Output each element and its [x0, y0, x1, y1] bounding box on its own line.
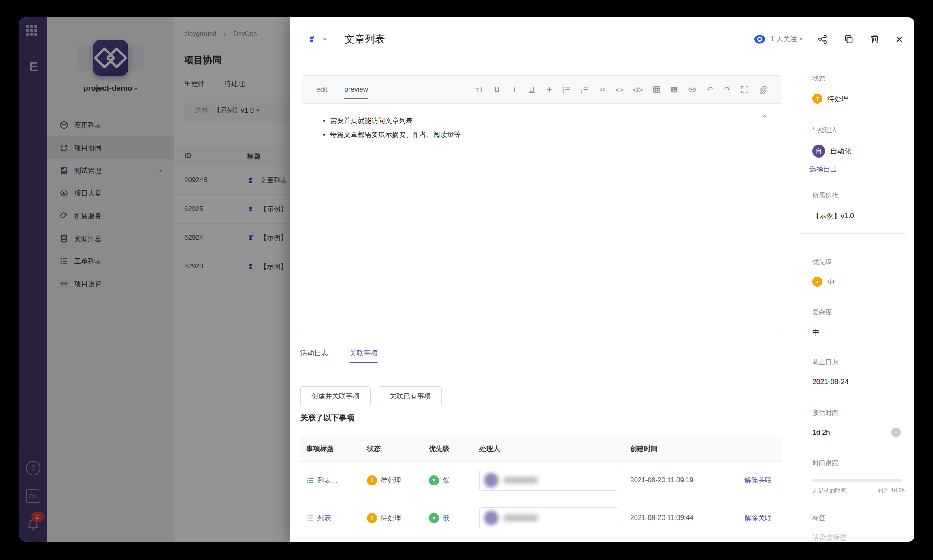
assignee-name-redacted [503, 515, 538, 521]
tags-label: 标签 [812, 514, 903, 522]
unlink-button[interactable]: 解除关联 [744, 477, 772, 484]
avatar: 自 [812, 145, 825, 158]
due-date-value[interactable]: 2021-08-24 [812, 378, 903, 386]
chevron-down-icon[interactable] [322, 36, 328, 42]
status-text: 待处理 [381, 513, 401, 523]
strikethrough-icon[interactable]: T [545, 85, 553, 94]
watch-eye-icon[interactable] [754, 33, 766, 45]
time-tracking-bar [812, 479, 902, 482]
inline-code-icon[interactable]: <> [616, 85, 624, 94]
column-issue-title: 事项标题 [300, 444, 367, 454]
tab-related-issues[interactable]: 关联事项 [349, 344, 378, 362]
priority-text: 中 [827, 277, 835, 287]
editor-tab-edit[interactable]: edit [316, 76, 327, 103]
editor-toolbar: edit preview TT B I U T “ <> [302, 76, 781, 104]
status-text: 待处理 [827, 94, 849, 104]
unrecorded-time: 无记录的时间 [812, 487, 846, 494]
column-created: 创建时间 [630, 444, 743, 454]
ordered-list-icon[interactable] [580, 85, 589, 94]
redo-icon[interactable]: ↷ [723, 85, 731, 94]
drawer-header: 文章列表 1 人关注 ▾ × [290, 17, 914, 61]
related-issue-row: 列表... ? 待处理 ▼ 低 [300, 461, 782, 499]
app-window: E ? Cn 2 project-demo▾ [19, 17, 914, 542]
task-list-icon [306, 477, 314, 484]
related-issues-heading: 关联了以下事项 [300, 413, 354, 423]
image-icon[interactable] [670, 85, 679, 94]
link-icon[interactable] [688, 85, 697, 94]
collapse-chevron-icon[interactable] [761, 113, 768, 120]
editor-tab-preview[interactable]: preview [344, 76, 368, 103]
iteration-value[interactable]: 【示例】v1.0 [812, 211, 903, 221]
avatar [484, 511, 498, 525]
priority-label: 优先级 [812, 258, 903, 266]
status-pending-icon: ? [367, 513, 377, 523]
complexity-label: 复杂度 [812, 308, 903, 317]
unlink-button[interactable]: 解除关联 [744, 514, 772, 522]
issue-detail-drawer: 文章列表 1 人关注 ▾ × edit preview [290, 17, 914, 542]
status-label: 状态 [812, 75, 903, 83]
required-asterisk: * [812, 126, 815, 133]
requirement-pin-icon[interactable] [308, 34, 316, 44]
share-icon[interactable] [818, 34, 828, 45]
created-time: 2021-08-20 11:09:19 [630, 476, 743, 484]
issue-title: 文章列表 [345, 32, 385, 46]
status-value[interactable]: ? 待处理 [812, 94, 903, 104]
attachment-paperclip-icon[interactable] [758, 85, 767, 94]
italic-icon[interactable]: I [510, 85, 518, 94]
status-pending-icon: ? [367, 475, 377, 485]
assignee-label: *处理人 [812, 126, 903, 134]
avatar [484, 473, 498, 488]
related-issues-table: 事项标题 状态 优先级 处理人 创建时间 列表... ? [300, 436, 782, 537]
fullscreen-icon[interactable] [741, 85, 749, 94]
assignee-name-redacted [503, 477, 538, 483]
create-and-link-button[interactable]: 创建并关联事项 [300, 386, 371, 406]
created-time: 2021-08-20 11:09:44 [630, 514, 743, 522]
time-tracking-label: 时间跟踪 [812, 459, 903, 468]
delete-trash-icon[interactable] [869, 34, 880, 45]
tab-activity-log[interactable]: 活动日志 [300, 344, 328, 362]
priority-value[interactable]: ▲ 中 [812, 277, 903, 287]
related-table-header: 事项标题 状态 优先级 处理人 创建时间 [300, 436, 782, 461]
column-status: 状态 [367, 444, 429, 454]
close-icon[interactable]: × [895, 34, 903, 45]
description-bullet: 每篇文章都需要展示摘要、作者、阅读量等 [330, 128, 762, 142]
estimate-value[interactable]: 1d 2h × [812, 428, 903, 437]
priority-medium-icon: ▲ [812, 277, 822, 287]
issue-properties-panel: 状态 ? 待处理 *处理人 自 自动化 选择自己 所属迭代 【示例】v1.0 优… [793, 61, 914, 542]
tags-placeholder[interactable]: 请设置标签 [812, 533, 903, 542]
priority-low-icon: ▼ [429, 513, 439, 523]
unordered-list-icon[interactable] [562, 85, 571, 94]
description-content[interactable]: 需要首页就能访问文章列表 每篇文章都需要展示摘要、作者、阅读量等 [302, 104, 781, 152]
complexity-value[interactable]: 中 [812, 328, 903, 337]
link-existing-button[interactable]: 关联已有事项 [379, 386, 442, 406]
priority-text: 低 [443, 513, 449, 523]
estimate-text: 1d 2h [812, 428, 830, 437]
column-assignee: 处理人 [479, 444, 630, 454]
copy-icon[interactable] [844, 34, 854, 45]
related-issue-link[interactable]: 列表... [317, 513, 337, 523]
undo-icon[interactable]: ↶ [706, 85, 714, 94]
column-priority: 优先级 [429, 444, 479, 454]
assignee-select[interactable] [479, 470, 618, 491]
code-block-icon[interactable]: </> [633, 85, 643, 94]
iteration-label: 所属迭代 [812, 192, 903, 200]
bold-icon[interactable]: B [493, 85, 501, 94]
font-size-icon[interactable]: TT [475, 85, 484, 94]
drawer-content: edit preview TT B I U T “ <> [290, 61, 793, 542]
assignee-value[interactable]: 自 自动化 [812, 145, 903, 158]
remaining-time: 剩余 1d 2h [878, 487, 905, 494]
watchers-count[interactable]: 1 人关注 [771, 34, 797, 44]
description-editor: edit preview TT B I U T “ <> [302, 75, 781, 333]
underline-icon[interactable]: U [528, 85, 536, 94]
quote-icon[interactable]: “ [598, 83, 606, 96]
clear-estimate-icon[interactable]: × [891, 428, 901, 437]
assignee-select[interactable] [479, 507, 618, 528]
estimate-label: 预估时间 [812, 409, 903, 417]
status-pending-icon: ? [812, 94, 822, 104]
time-tracking-summary: 无记录的时间 剩余 1d 2h [812, 487, 905, 494]
table-icon[interactable] [652, 85, 661, 94]
description-bullet: 需要首页就能访问文章列表 [330, 114, 762, 128]
assign-self-link[interactable]: 选择自己 [809, 164, 903, 174]
priority-low-icon: ▼ [429, 475, 439, 485]
related-issue-link[interactable]: 列表... [317, 476, 337, 485]
